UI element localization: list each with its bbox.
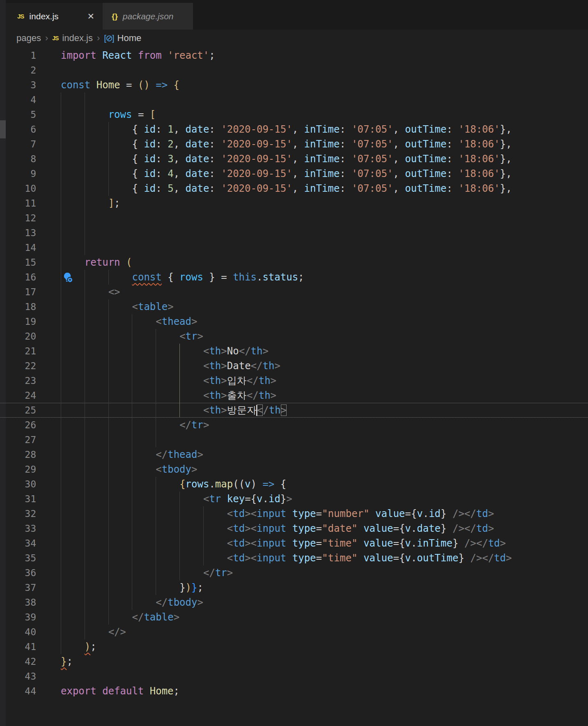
code-token: : (340, 183, 351, 194)
code-line[interactable]: 30{rows.map((v) => { (0, 477, 588, 492)
code-token: > (263, 345, 269, 357)
code-line[interactable]: 41); (0, 639, 588, 654)
tab-index-js[interactable]: JS index.js ✕ (6, 3, 103, 30)
indent-guide (156, 580, 156, 595)
code-line[interactable]: 3const Home = () => { (0, 78, 588, 92)
indent-guide (85, 299, 85, 314)
code-token: "number" (322, 508, 370, 519)
code-line[interactable]: 4 (0, 92, 588, 107)
code-line[interactable]: 25<th>방문자</th> (0, 403, 588, 418)
line-number: 12 (0, 211, 36, 225)
code-line[interactable]: 33<td><input type="date" value={v.date} … (0, 521, 588, 536)
code-line[interactable]: 43 (0, 669, 588, 684)
code-line[interactable]: 28</thead> (0, 447, 588, 462)
code-line[interactable]: 23<th>입차</th> (0, 373, 588, 388)
indent-guide (132, 462, 132, 477)
code-line[interactable]: 21<th>No</th> (0, 344, 588, 358)
code-line[interactable]: 17<> (0, 285, 588, 299)
code-line[interactable]: 44export default Home; (0, 684, 588, 698)
code-token: , (393, 124, 405, 135)
code-token: '07:05' (351, 183, 393, 194)
code-line[interactable]: 15return ( (0, 255, 588, 270)
indent-guide (132, 373, 132, 388)
code-token: , (393, 168, 405, 179)
close-icon[interactable]: ✕ (86, 11, 95, 21)
code-token: , (393, 138, 405, 150)
code-line[interactable]: 37})}; (0, 580, 588, 595)
indent-guide (179, 521, 180, 536)
code-line[interactable]: 16const { rows } = this.status; (0, 270, 588, 285)
code-line[interactable]: 32<td><input type="number" value={v.id} … (0, 506, 588, 521)
code-token: } (441, 523, 446, 534)
code-line[interactable]: 26</tr> (0, 418, 588, 432)
code-line[interactable]: 29<tbody> (0, 462, 588, 477)
code-editor[interactable]: 1import React from 'react';23const Home … (0, 48, 588, 698)
code-line[interactable]: 9{ id: 4, date: '2020-09-15', inTime: '0… (0, 166, 588, 181)
breadcrumb-item-pages[interactable]: pages (16, 33, 41, 44)
code-token: tbody (162, 464, 191, 475)
code-line[interactable]: 38</tbody> (0, 595, 588, 610)
indent-guide (85, 211, 85, 225)
code-line[interactable]: 8{ id: 3, date: '2020-09-15', inTime: '0… (0, 152, 588, 166)
code-line[interactable]: 14 (0, 240, 588, 255)
code-line[interactable]: 12 (0, 211, 588, 225)
code-line[interactable]: 5rows = [ (0, 107, 588, 122)
code-line[interactable]: 31<tr key={v.id}> (0, 492, 588, 506)
code-line[interactable]: 40</> (0, 625, 588, 639)
line-number: 11 (0, 196, 36, 211)
line-number: 36 (0, 565, 36, 580)
breadcrumb-item-index-js[interactable]: index.js (62, 33, 93, 44)
indent-guide (85, 477, 85, 492)
indent-guide (132, 565, 132, 580)
code-line[interactable]: 34<td><input type="time" value={v.inTime… (0, 536, 588, 551)
code-token: '18:06' (458, 153, 500, 165)
code-token: > (488, 523, 494, 534)
code-token: < (132, 301, 138, 312)
code-line[interactable]: 7{ id: 2, date: '2020-09-15', inTime: '0… (0, 137, 588, 152)
code-token: > (221, 375, 227, 386)
code-line[interactable]: 39</table> (0, 610, 588, 625)
code-token: : (156, 153, 168, 165)
code-token: = (138, 109, 150, 120)
code-line[interactable]: 18<table> (0, 299, 588, 314)
code-line[interactable]: 10{ id: 5, date: '2020-09-15', inTime: '… (0, 181, 588, 196)
indent-guide (108, 418, 109, 432)
code-token: < (251, 523, 257, 534)
code-line[interactable]: 24<th>출차</th> (0, 388, 588, 403)
code-line[interactable]: 27 (0, 432, 588, 447)
indent-guide (85, 388, 85, 403)
code-line[interactable]: 11]; (0, 196, 588, 211)
indent-guide (132, 595, 132, 610)
code-line[interactable]: 20<tr> (0, 329, 588, 344)
code-token: inTime (304, 153, 340, 165)
code-token: ( (126, 257, 132, 268)
code-text: </table> (61, 610, 588, 625)
code-line[interactable]: 1import React from 'react'; (0, 48, 588, 63)
line-number: 38 (0, 595, 36, 610)
code-line[interactable]: 36</tr> (0, 565, 588, 580)
code-token: </ (482, 552, 494, 564)
tab-package-json[interactable]: {} package.json (103, 3, 193, 30)
code-line[interactable]: 35<td><input type="time" value={v.outTim… (0, 551, 588, 565)
json-file-icon: {} (112, 12, 118, 21)
code-token: { (399, 523, 405, 534)
code-text: return ( (61, 255, 588, 270)
breadcrumb-item-home[interactable]: Home (117, 33, 142, 44)
lightbulb-quickfix-icon[interactable] (62, 271, 73, 283)
code-line[interactable]: 19<thead> (0, 314, 588, 329)
indent-guide (132, 418, 132, 432)
code-line[interactable]: 22<th>Date</th> (0, 358, 588, 373)
line-number: 23 (0, 373, 36, 388)
code-line[interactable]: 6{ id: 1, date: '2020-09-15', inTime: '0… (0, 122, 588, 137)
indent-guide (85, 462, 85, 477)
code-token: => (156, 79, 173, 91)
line-number: 3 (0, 78, 36, 92)
code-token: v (405, 552, 411, 564)
code-line[interactable]: 13 (0, 225, 588, 240)
code-line[interactable]: 2 (0, 63, 588, 78)
indent-guide (85, 152, 85, 166)
code-token: outTime (405, 138, 446, 150)
code-line[interactable]: 42}; (0, 654, 588, 669)
code-token: > (168, 301, 173, 312)
code-token: </ (156, 597, 168, 608)
